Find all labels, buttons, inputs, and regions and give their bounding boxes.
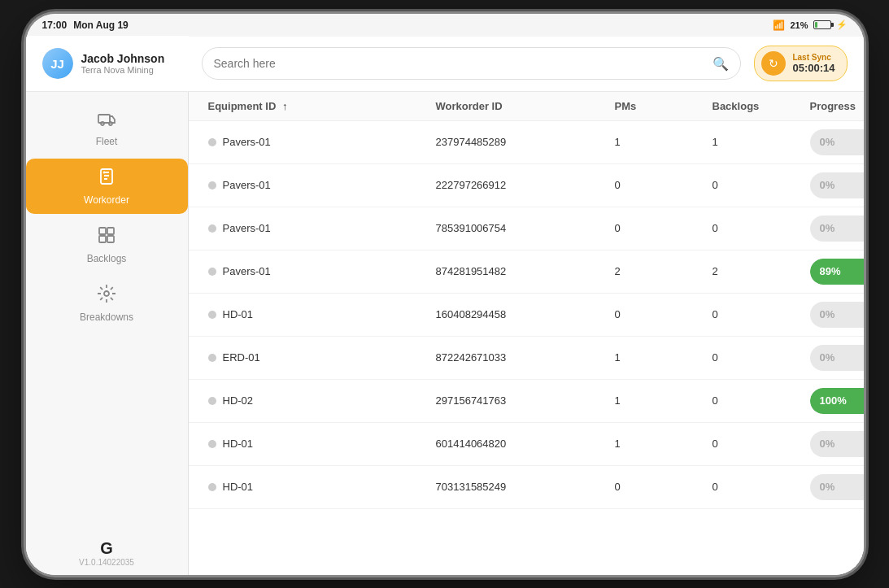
progress-label: 0% bbox=[820, 222, 835, 234]
cell-progress: 0% bbox=[810, 345, 864, 371]
cell-pms: 1 bbox=[615, 394, 713, 407]
table-row[interactable]: Pavers-01 874281951482 2 2 89% bbox=[189, 250, 864, 294]
svg-rect-0 bbox=[98, 115, 110, 123]
svg-point-4 bbox=[104, 172, 105, 172]
status-dot bbox=[208, 354, 216, 362]
progress-bar-container: 0% bbox=[810, 172, 864, 198]
col-pms: PMs bbox=[615, 100, 713, 112]
sidebar-item-workorder[interactable]: Workorder bbox=[26, 159, 188, 214]
cell-equipment-id: Pavers-01 bbox=[208, 265, 436, 277]
search-icon: 🔍 bbox=[713, 56, 729, 72]
table-row[interactable]: HD-02 297156741763 1 0 100% bbox=[189, 380, 864, 423]
status-dot bbox=[208, 311, 216, 319]
sort-arrow-icon: ↑ bbox=[282, 100, 288, 112]
progress-label: 89% bbox=[820, 265, 841, 277]
sidebar-item-fleet[interactable]: Fleet bbox=[26, 100, 188, 155]
workorder-icon bbox=[97, 167, 116, 191]
tablet-frame: 17:00 Mon Aug 19 📶 21% ⚡ JJ Jacob Johnso… bbox=[26, 14, 864, 575]
cell-progress: 0% bbox=[810, 172, 864, 198]
sync-time: 05:00:14 bbox=[792, 62, 835, 74]
table-row[interactable]: Pavers-01 237974485289 1 1 0% bbox=[189, 121, 864, 164]
workorder-label: Workorder bbox=[84, 194, 129, 206]
progress-bar-container: 100% bbox=[810, 388, 864, 414]
status-dot bbox=[208, 138, 216, 146]
version-text: V1.0.14022035 bbox=[79, 558, 134, 567]
breakdowns-icon bbox=[97, 284, 116, 308]
content-area[interactable]: Equipment ID ↑ Workorder ID PMs Backlogs… bbox=[189, 92, 864, 575]
sidebar-item-breakdowns[interactable]: Breakdowns bbox=[26, 276, 188, 331]
table-row[interactable]: Pavers-01 785391006754 0 0 0% bbox=[189, 207, 864, 250]
cell-equipment-id: HD-01 bbox=[208, 438, 436, 450]
cell-workorder-id: 222797266912 bbox=[436, 179, 615, 191]
status-dot bbox=[208, 268, 216, 276]
fleet-label: Fleet bbox=[96, 136, 118, 147]
sidebar-footer: G V1.0.14022035 bbox=[26, 531, 188, 575]
svg-point-9 bbox=[104, 291, 109, 296]
cell-equipment-id: HD-01 bbox=[208, 481, 436, 493]
cell-pms: 1 bbox=[615, 438, 713, 450]
sync-button[interactable]: ↻ Last Sync 05:00:14 bbox=[754, 46, 847, 81]
cell-backlogs: 0 bbox=[713, 179, 810, 191]
svg-rect-7 bbox=[99, 236, 106, 242]
progress-bar-container: 0% bbox=[810, 345, 864, 371]
progress-label: 0% bbox=[820, 438, 835, 450]
cell-backlogs: 2 bbox=[713, 265, 810, 277]
backlogs-label: Backlogs bbox=[87, 253, 127, 264]
status-bar: 17:00 Mon Aug 19 📶 21% ⚡ bbox=[26, 14, 864, 37]
svg-point-2 bbox=[109, 122, 112, 125]
status-dot bbox=[208, 224, 216, 233]
search-input[interactable] bbox=[214, 57, 707, 70]
table-row[interactable]: HD-01 703131585249 0 0 0% bbox=[189, 466, 864, 509]
cell-progress: 0% bbox=[810, 302, 864, 328]
progress-label: 0% bbox=[820, 179, 835, 191]
cell-workorder-id: 237974485289 bbox=[436, 136, 615, 148]
cell-workorder-id: 703131585249 bbox=[436, 481, 615, 493]
time-display: 17:00 bbox=[42, 20, 68, 31]
col-progress: Progress bbox=[810, 100, 856, 112]
cell-workorder-id: 872242671033 bbox=[436, 351, 615, 364]
cell-backlogs: 0 bbox=[713, 351, 810, 364]
user-info: Jacob Johnson Terra Nova Mining bbox=[81, 52, 165, 75]
cell-backlogs: 1 bbox=[713, 136, 810, 148]
svg-point-1 bbox=[101, 122, 104, 125]
avatar-initials: JJ bbox=[42, 48, 73, 79]
cell-equipment-id: Pavers-01 bbox=[208, 136, 436, 148]
table-row[interactable]: ERD-01 872242671033 1 0 0% bbox=[189, 337, 864, 380]
progress-label: 0% bbox=[820, 481, 835, 493]
table-row[interactable]: HD-01 601414064820 1 0 0% bbox=[189, 423, 864, 466]
svg-rect-5 bbox=[99, 228, 106, 234]
table-row[interactable]: Pavers-01 222797266912 0 0 0% bbox=[189, 164, 864, 207]
battery-icon bbox=[813, 20, 831, 29]
cell-progress: 0% bbox=[810, 431, 864, 457]
col-equipment-id[interactable]: Equipment ID ↑ bbox=[208, 100, 436, 112]
cell-equipment-id: Pavers-01 bbox=[208, 179, 436, 191]
cell-backlogs: 0 bbox=[713, 222, 810, 234]
cell-equipment-id: HD-01 bbox=[208, 308, 436, 320]
sidebar-item-backlogs[interactable]: Backlogs bbox=[26, 217, 188, 272]
progress-bar-container: 0% bbox=[810, 474, 864, 500]
table-row[interactable]: HD-01 160408294458 0 0 0% bbox=[189, 294, 864, 337]
progress-bar-container: 0% bbox=[810, 216, 864, 242]
progress-bar-container: 0% bbox=[810, 302, 864, 328]
svg-rect-8 bbox=[107, 236, 114, 242]
cell-progress: 0% bbox=[810, 216, 864, 242]
charging-icon: ⚡ bbox=[836, 20, 848, 30]
main-area: Fleet Workorder bbox=[26, 92, 864, 575]
sidebar: Fleet Workorder bbox=[26, 92, 189, 575]
status-dot bbox=[208, 483, 216, 491]
search-bar[interactable]: 🔍 bbox=[202, 47, 742, 80]
svg-rect-6 bbox=[107, 228, 114, 234]
cell-equipment-id: HD-02 bbox=[208, 394, 436, 407]
col-workorder-id: Workorder ID bbox=[436, 100, 615, 112]
cell-workorder-id: 601414064820 bbox=[436, 438, 615, 450]
cell-pms: 0 bbox=[615, 179, 713, 191]
header: JJ Jacob Johnson Terra Nova Mining 🔍 ↻ L… bbox=[26, 37, 864, 92]
cell-pms: 0 bbox=[615, 308, 713, 320]
progress-label: 0% bbox=[820, 351, 835, 364]
cell-pms: 1 bbox=[615, 136, 713, 148]
progress-bar-container: 0% bbox=[810, 431, 864, 457]
svg-rect-3 bbox=[101, 169, 112, 184]
user-section: JJ Jacob Johnson Terra Nova Mining bbox=[26, 36, 189, 91]
table-rows: Pavers-01 237974485289 1 1 0% Pavers-01 … bbox=[189, 121, 864, 509]
cell-workorder-id: 297156741763 bbox=[436, 394, 615, 407]
